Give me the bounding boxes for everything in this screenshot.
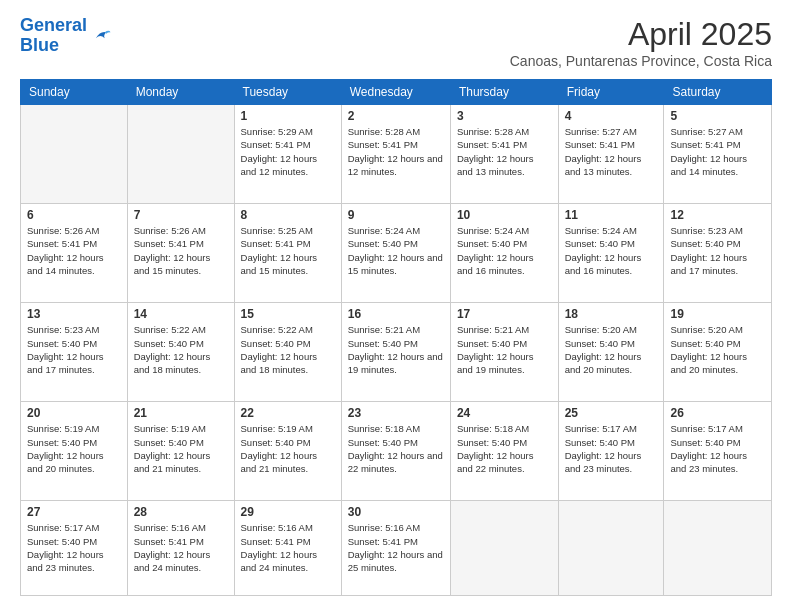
calendar-cell: [664, 501, 772, 596]
day-number: 28: [134, 505, 228, 519]
calendar-header-wednesday: Wednesday: [341, 80, 450, 105]
calendar-cell: [558, 501, 664, 596]
day-info: Sunrise: 5:16 AM Sunset: 5:41 PM Dayligh…: [348, 521, 444, 574]
calendar-cell: 8Sunrise: 5:25 AM Sunset: 5:41 PM Daylig…: [234, 204, 341, 303]
calendar-cell: 1Sunrise: 5:29 AM Sunset: 5:41 PM Daylig…: [234, 105, 341, 204]
day-info: Sunrise: 5:16 AM Sunset: 5:41 PM Dayligh…: [241, 521, 335, 574]
day-info: Sunrise: 5:28 AM Sunset: 5:41 PM Dayligh…: [348, 125, 444, 178]
calendar: SundayMondayTuesdayWednesdayThursdayFrid…: [20, 79, 772, 596]
day-number: 2: [348, 109, 444, 123]
logo-text: General Blue: [20, 16, 87, 56]
calendar-header-friday: Friday: [558, 80, 664, 105]
day-number: 8: [241, 208, 335, 222]
calendar-cell: 12Sunrise: 5:23 AM Sunset: 5:40 PM Dayli…: [664, 204, 772, 303]
calendar-cell: 13Sunrise: 5:23 AM Sunset: 5:40 PM Dayli…: [21, 303, 128, 402]
day-info: Sunrise: 5:21 AM Sunset: 5:40 PM Dayligh…: [348, 323, 444, 376]
day-number: 23: [348, 406, 444, 420]
day-info: Sunrise: 5:18 AM Sunset: 5:40 PM Dayligh…: [457, 422, 552, 475]
day-info: Sunrise: 5:19 AM Sunset: 5:40 PM Dayligh…: [241, 422, 335, 475]
calendar-cell: 17Sunrise: 5:21 AM Sunset: 5:40 PM Dayli…: [450, 303, 558, 402]
calendar-cell: 19Sunrise: 5:20 AM Sunset: 5:40 PM Dayli…: [664, 303, 772, 402]
day-info: Sunrise: 5:17 AM Sunset: 5:40 PM Dayligh…: [565, 422, 658, 475]
day-number: 5: [670, 109, 765, 123]
calendar-header-monday: Monday: [127, 80, 234, 105]
calendar-cell: 7Sunrise: 5:26 AM Sunset: 5:41 PM Daylig…: [127, 204, 234, 303]
day-info: Sunrise: 5:25 AM Sunset: 5:41 PM Dayligh…: [241, 224, 335, 277]
day-number: 30: [348, 505, 444, 519]
calendar-header-row: SundayMondayTuesdayWednesdayThursdayFrid…: [21, 80, 772, 105]
day-number: 26: [670, 406, 765, 420]
calendar-cell: 6Sunrise: 5:26 AM Sunset: 5:41 PM Daylig…: [21, 204, 128, 303]
day-number: 15: [241, 307, 335, 321]
day-number: 4: [565, 109, 658, 123]
day-number: 7: [134, 208, 228, 222]
day-number: 21: [134, 406, 228, 420]
day-info: Sunrise: 5:17 AM Sunset: 5:40 PM Dayligh…: [670, 422, 765, 475]
day-number: 1: [241, 109, 335, 123]
day-info: Sunrise: 5:20 AM Sunset: 5:40 PM Dayligh…: [565, 323, 658, 376]
day-number: 10: [457, 208, 552, 222]
week-row-1: 1Sunrise: 5:29 AM Sunset: 5:41 PM Daylig…: [21, 105, 772, 204]
day-info: Sunrise: 5:23 AM Sunset: 5:40 PM Dayligh…: [670, 224, 765, 277]
day-number: 20: [27, 406, 121, 420]
calendar-cell: 16Sunrise: 5:21 AM Sunset: 5:40 PM Dayli…: [341, 303, 450, 402]
calendar-cell: 26Sunrise: 5:17 AM Sunset: 5:40 PM Dayli…: [664, 402, 772, 501]
calendar-cell: 25Sunrise: 5:17 AM Sunset: 5:40 PM Dayli…: [558, 402, 664, 501]
calendar-cell: 2Sunrise: 5:28 AM Sunset: 5:41 PM Daylig…: [341, 105, 450, 204]
calendar-cell: 28Sunrise: 5:16 AM Sunset: 5:41 PM Dayli…: [127, 501, 234, 596]
page: General Blue April 2025 Canoas, Puntaren…: [0, 0, 792, 612]
day-info: Sunrise: 5:24 AM Sunset: 5:40 PM Dayligh…: [457, 224, 552, 277]
day-number: 25: [565, 406, 658, 420]
calendar-cell: 18Sunrise: 5:20 AM Sunset: 5:40 PM Dayli…: [558, 303, 664, 402]
title-block: April 2025 Canoas, Puntarenas Province, …: [510, 16, 772, 69]
day-info: Sunrise: 5:19 AM Sunset: 5:40 PM Dayligh…: [134, 422, 228, 475]
calendar-cell: 20Sunrise: 5:19 AM Sunset: 5:40 PM Dayli…: [21, 402, 128, 501]
day-info: Sunrise: 5:18 AM Sunset: 5:40 PM Dayligh…: [348, 422, 444, 475]
day-number: 12: [670, 208, 765, 222]
day-number: 3: [457, 109, 552, 123]
calendar-cell: 5Sunrise: 5:27 AM Sunset: 5:41 PM Daylig…: [664, 105, 772, 204]
day-info: Sunrise: 5:26 AM Sunset: 5:41 PM Dayligh…: [134, 224, 228, 277]
day-info: Sunrise: 5:24 AM Sunset: 5:40 PM Dayligh…: [565, 224, 658, 277]
calendar-cell: 23Sunrise: 5:18 AM Sunset: 5:40 PM Dayli…: [341, 402, 450, 501]
day-number: 11: [565, 208, 658, 222]
day-info: Sunrise: 5:21 AM Sunset: 5:40 PM Dayligh…: [457, 323, 552, 376]
day-info: Sunrise: 5:22 AM Sunset: 5:40 PM Dayligh…: [134, 323, 228, 376]
day-number: 17: [457, 307, 552, 321]
subtitle: Canoas, Puntarenas Province, Costa Rica: [510, 53, 772, 69]
day-number: 18: [565, 307, 658, 321]
calendar-cell: 9Sunrise: 5:24 AM Sunset: 5:40 PM Daylig…: [341, 204, 450, 303]
calendar-cell: 4Sunrise: 5:27 AM Sunset: 5:41 PM Daylig…: [558, 105, 664, 204]
day-number: 29: [241, 505, 335, 519]
day-number: 27: [27, 505, 121, 519]
calendar-cell: 24Sunrise: 5:18 AM Sunset: 5:40 PM Dayli…: [450, 402, 558, 501]
day-number: 24: [457, 406, 552, 420]
calendar-cell: 14Sunrise: 5:22 AM Sunset: 5:40 PM Dayli…: [127, 303, 234, 402]
week-row-3: 13Sunrise: 5:23 AM Sunset: 5:40 PM Dayli…: [21, 303, 772, 402]
day-info: Sunrise: 5:20 AM Sunset: 5:40 PM Dayligh…: [670, 323, 765, 376]
calendar-header-tuesday: Tuesday: [234, 80, 341, 105]
day-number: 19: [670, 307, 765, 321]
day-number: 6: [27, 208, 121, 222]
header: General Blue April 2025 Canoas, Puntaren…: [20, 16, 772, 69]
day-info: Sunrise: 5:24 AM Sunset: 5:40 PM Dayligh…: [348, 224, 444, 277]
day-info: Sunrise: 5:22 AM Sunset: 5:40 PM Dayligh…: [241, 323, 335, 376]
logo: General Blue: [20, 16, 112, 56]
calendar-cell: 27Sunrise: 5:17 AM Sunset: 5:40 PM Dayli…: [21, 501, 128, 596]
calendar-cell: [450, 501, 558, 596]
day-info: Sunrise: 5:27 AM Sunset: 5:41 PM Dayligh…: [670, 125, 765, 178]
week-row-5: 27Sunrise: 5:17 AM Sunset: 5:40 PM Dayli…: [21, 501, 772, 596]
day-number: 22: [241, 406, 335, 420]
calendar-cell: 15Sunrise: 5:22 AM Sunset: 5:40 PM Dayli…: [234, 303, 341, 402]
day-info: Sunrise: 5:26 AM Sunset: 5:41 PM Dayligh…: [27, 224, 121, 277]
calendar-cell: 29Sunrise: 5:16 AM Sunset: 5:41 PM Dayli…: [234, 501, 341, 596]
day-info: Sunrise: 5:23 AM Sunset: 5:40 PM Dayligh…: [27, 323, 121, 376]
calendar-cell: 11Sunrise: 5:24 AM Sunset: 5:40 PM Dayli…: [558, 204, 664, 303]
day-number: 9: [348, 208, 444, 222]
calendar-cell: 3Sunrise: 5:28 AM Sunset: 5:41 PM Daylig…: [450, 105, 558, 204]
calendar-cell: 30Sunrise: 5:16 AM Sunset: 5:41 PM Dayli…: [341, 501, 450, 596]
day-info: Sunrise: 5:27 AM Sunset: 5:41 PM Dayligh…: [565, 125, 658, 178]
calendar-header-saturday: Saturday: [664, 80, 772, 105]
calendar-cell: [21, 105, 128, 204]
calendar-cell: 21Sunrise: 5:19 AM Sunset: 5:40 PM Dayli…: [127, 402, 234, 501]
